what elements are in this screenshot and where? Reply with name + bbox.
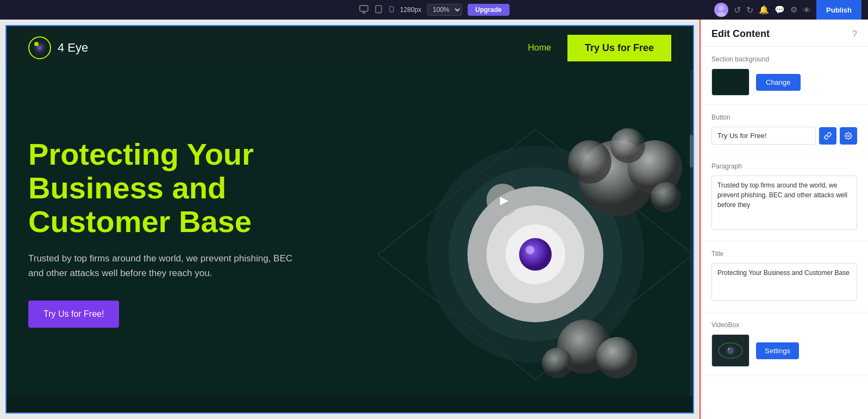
paragraph-label: Paragraph <box>711 162 857 170</box>
settings-sliders-icon[interactable]: ⚙ <box>790 5 797 15</box>
svg-point-20 <box>519 238 552 271</box>
button-label: Button <box>711 114 857 121</box>
toolbar: 1280px 100% 75% 50% Upgrade ↺ ↻ 🔔 💬 ⚙ 👁 … <box>0 0 868 20</box>
nav-links: Home Try Us for Free <box>528 35 671 61</box>
canvas-area: 4 Eye Home Try Us for Free Protecting Yo… <box>0 20 700 419</box>
svg-point-21 <box>526 246 534 254</box>
button-text-input[interactable] <box>711 127 816 145</box>
logo-text: 4 Eye <box>58 41 88 55</box>
scrollbar[interactable] <box>690 70 693 396</box>
publish-button[interactable]: Publish <box>816 0 861 20</box>
site-nav: 4 Eye Home Try Us for Free <box>7 26 693 70</box>
hero-title: Protecting Your Business and Customer Ba… <box>28 137 300 238</box>
toolbar-right: ↺ ↻ 🔔 💬 ⚙ 👁 Publish <box>714 0 861 20</box>
button-section: Button <box>701 105 868 154</box>
videobox-settings-button[interactable]: Settings <box>756 342 799 359</box>
panel-title: Edit Content <box>711 28 770 40</box>
svg-point-35 <box>728 348 730 350</box>
title-label: Title <box>711 250 857 258</box>
section-background-label: Section background <box>711 55 857 63</box>
title-textarea[interactable]: Protecting Your Business and Customer Ba… <box>711 263 857 301</box>
videobox-preview-icon <box>717 339 744 362</box>
logo-icon <box>28 36 51 59</box>
videobox-row: Settings <box>711 334 857 367</box>
redo-button[interactable]: ↻ <box>746 5 753 15</box>
mobile-icon[interactable] <box>388 4 395 16</box>
comment-icon[interactable]: 💬 <box>775 5 785 15</box>
hero-visual: ▶ <box>378 113 693 396</box>
nav-home-link[interactable]: Home <box>528 43 551 53</box>
hero-content: Protecting Your Business and Customer Ba… <box>28 137 300 327</box>
avatar[interactable] <box>714 3 728 17</box>
zoom-selector[interactable]: 100% 75% 50% <box>427 4 462 16</box>
section-background-section: Section background Change <box>701 47 868 105</box>
videobox-thumbnail <box>711 334 750 367</box>
resolution-label: 1280px <box>400 6 421 14</box>
button-field-row <box>711 127 857 145</box>
hero-section: Protecting Your Business and Customer Ba… <box>7 70 693 396</box>
site-preview: 4 Eye Home Try Us for Free Protecting Yo… <box>5 25 694 414</box>
hero-cta-button[interactable]: Try Us for Free! <box>28 301 119 328</box>
preview-icon[interactable]: 👁 <box>803 5 811 15</box>
main-area: 4 Eye Home Try Us for Free Protecting Yo… <box>0 20 868 419</box>
edit-content-panel: Edit Content ? Section background Change… <box>700 20 868 419</box>
play-button[interactable]: ▶ <box>486 184 519 216</box>
change-bg-button[interactable]: Change <box>756 74 801 91</box>
paragraph-textarea[interactable]: Trusted by top firms around the world, w… <box>711 176 857 230</box>
settings-icon-button[interactable] <box>840 127 857 145</box>
hero-illustration <box>378 113 693 396</box>
play-icon: ▶ <box>500 193 508 207</box>
bg-preview-row: Change <box>711 68 857 96</box>
desktop-icon[interactable] <box>359 4 369 16</box>
hero-subtitle: Trusted by top firms around the world, w… <box>28 251 300 280</box>
link-icon-button[interactable] <box>819 127 836 145</box>
svg-point-8 <box>717 12 726 17</box>
scrollbar-thumb <box>690 135 693 167</box>
upgrade-button[interactable]: Upgrade <box>467 4 509 16</box>
title-section: Title Protecting Your Business and Custo… <box>701 241 868 312</box>
svg-point-28 <box>596 337 638 378</box>
svg-point-26 <box>651 182 681 212</box>
panel-help-icon[interactable]: ? <box>852 29 857 39</box>
panel-header: Edit Content ? <box>701 20 868 47</box>
paragraph-section: Paragraph Trusted by top firms around th… <box>701 154 868 241</box>
svg-point-7 <box>719 5 724 11</box>
svg-point-13 <box>34 42 39 46</box>
toolbar-center: 1280px 100% 75% 50% Upgrade <box>359 4 509 16</box>
svg-point-24 <box>568 140 611 184</box>
svg-point-30 <box>847 135 850 137</box>
undo-button[interactable]: ↺ <box>734 5 741 15</box>
tablet-icon[interactable] <box>374 4 383 16</box>
notification-icon[interactable]: 🔔 <box>759 5 769 15</box>
bg-color-box[interactable] <box>711 68 750 96</box>
svg-point-12 <box>38 46 41 49</box>
nav-cta-button[interactable]: Try Us for Free <box>567 35 671 61</box>
svg-point-29 <box>542 348 572 378</box>
site-logo: 4 Eye <box>28 36 88 59</box>
videobox-section: VideoBox Settings <box>701 312 868 376</box>
svg-point-25 <box>610 128 645 163</box>
svg-rect-0 <box>359 5 367 11</box>
videobox-label: VideoBox <box>711 321 857 329</box>
